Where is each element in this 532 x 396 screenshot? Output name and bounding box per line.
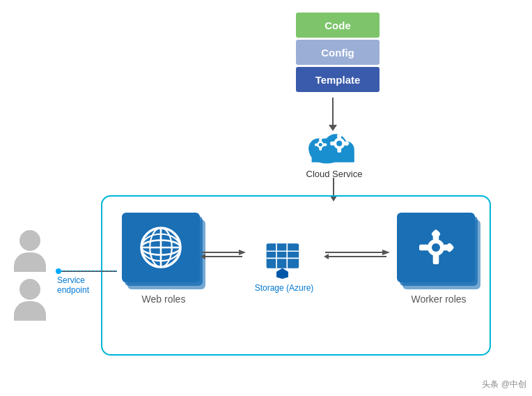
worker-roles-stack: [397, 213, 480, 289]
user-body-2: [14, 301, 46, 321]
svg-rect-4: [312, 151, 354, 162]
arrow-web-to-storage: [201, 250, 249, 259]
endpoint-text: Serviceendpoint: [57, 275, 89, 295]
stack-group: Code Config Template: [292, 13, 383, 94]
svg-marker-46: [201, 254, 205, 259]
svg-rect-16: [337, 147, 341, 152]
arrow-stack-to-cloud: [332, 98, 334, 125]
stack-template: Template: [296, 67, 380, 92]
storage-label: Storage (Azure): [255, 283, 314, 293]
svg-point-30: [432, 243, 440, 252]
endpoint-line: [56, 271, 117, 272]
svg-rect-32: [433, 254, 439, 264]
svg-rect-33: [419, 245, 429, 251]
svg-marker-50: [324, 254, 329, 259]
web-role-card-front: [122, 213, 200, 282]
svg-rect-35: [431, 229, 441, 239]
worker-roles-group: Worker roles: [390, 213, 487, 317]
user-icon-2: [14, 279, 46, 321]
endpoint-line-inner: [61, 271, 117, 272]
svg-point-14: [336, 141, 342, 146]
storage-block: Storage (Azure): [246, 241, 322, 303]
svg-marker-48: [382, 250, 390, 255]
storage-svg: [263, 241, 305, 279]
cloud-svg: [303, 124, 366, 166]
web-roles-label: Web roles: [142, 294, 186, 305]
users-group: [14, 230, 46, 328]
gear-svg: [415, 227, 457, 268]
stack-code: Code: [296, 13, 380, 38]
diagram-container: Code Config Template: [0, 0, 532, 396]
web-roles-group: Web roles: [115, 213, 212, 317]
user-head-2: [19, 279, 40, 300]
svg-marker-44: [239, 250, 246, 255]
watermark: 头条 @中创: [482, 379, 526, 390]
svg-rect-8: [319, 147, 322, 151]
endpoint-dot: [56, 268, 61, 274]
svg-point-6: [319, 143, 322, 146]
globe-svg: [136, 223, 185, 272]
worker-roles-label: Worker roles: [411, 294, 466, 305]
user-body-1: [14, 252, 46, 272]
svg-rect-17: [330, 142, 335, 146]
worker-role-card-front: [397, 213, 475, 282]
user-icon-1: [14, 230, 46, 272]
cloud-service-icon: Cloud Service: [299, 124, 369, 180]
svg-rect-36: [444, 243, 455, 253]
stack-config: Config: [296, 40, 380, 65]
svg-rect-37: [267, 243, 299, 268]
arrow-storage-to-worker: [324, 250, 393, 259]
svg-marker-42: [276, 268, 288, 279]
user-head-1: [19, 230, 40, 251]
svg-rect-9: [315, 144, 318, 146]
web-roles-stack: [122, 213, 205, 289]
